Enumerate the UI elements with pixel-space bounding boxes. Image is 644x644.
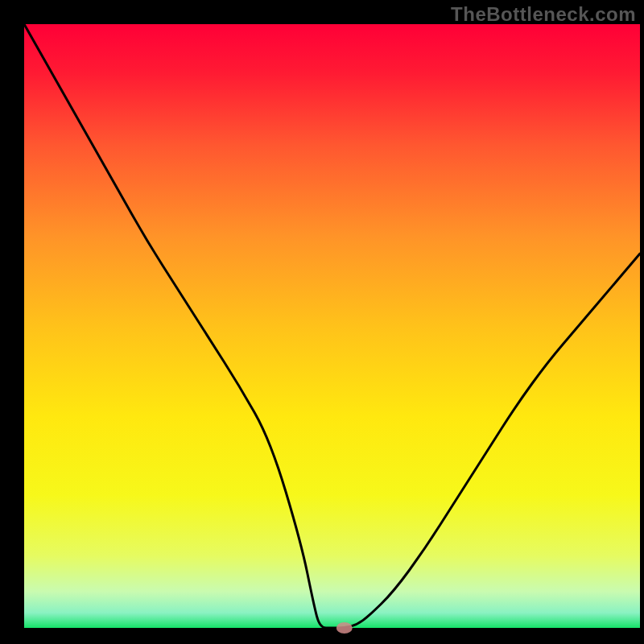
plot-background [24, 24, 640, 628]
brand-watermark: TheBottleneck.com [451, 3, 636, 26]
bottleneck-curve-chart [0, 0, 644, 644]
chart-container: { "brand": "TheBottleneck.com", "chart_d… [0, 0, 644, 644]
optimum-marker [336, 622, 353, 634]
